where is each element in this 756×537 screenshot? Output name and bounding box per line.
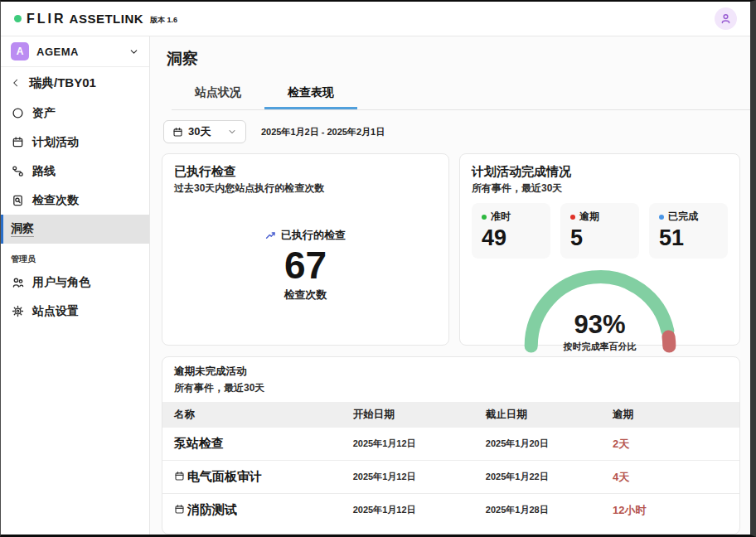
user-avatar[interactable]: [715, 7, 737, 30]
blue-dot-icon: [659, 215, 664, 220]
brand-flir: FLIR: [27, 12, 66, 27]
sidebar-item-label: 计划活动: [32, 135, 79, 150]
tab-bar: 站点状况 检查表现: [172, 78, 750, 110]
sidebar: A AGEMA 瑞典/TBY01 资产 计划活动: [1, 36, 150, 535]
tab-site-status[interactable]: 站点状况: [172, 78, 264, 109]
stat-value: 49: [482, 225, 540, 251]
completion-card: 计划活动完成情况 所有事件，最近30天 准时 49 逾期 5 已完成: [459, 153, 740, 346]
chevron-left-icon: [11, 78, 21, 88]
card-title: 逾期未完成活动: [174, 365, 728, 379]
sidebar-item-label: 检查次数: [32, 193, 79, 208]
table-row[interactable]: 消防测试2025年1月12日2025年1月28日12小时: [162, 494, 739, 527]
sidebar-item-label: 用户与角色: [32, 275, 90, 290]
stat-value: 51: [659, 225, 718, 251]
stat-overdue: 逾期 5: [560, 203, 639, 259]
brand-assetlink: ASSETLINK: [70, 12, 144, 26]
card-subtitle: 所有事件，最近30天: [472, 181, 728, 196]
sidebar-item-planned-activities[interactable]: 计划活动: [1, 128, 149, 157]
stat-label: 已完成: [668, 210, 698, 224]
executed-inspections-card: 已执行检查 过去30天内您站点执行的检查次数 已执行的检查 67 检查次数: [162, 153, 449, 346]
org-avatar: A: [11, 42, 29, 60]
start-date: 2025年1月12日: [342, 428, 474, 461]
date-range-dropdown[interactable]: 30天: [163, 120, 246, 143]
sidebar-item-site-settings[interactable]: 站点设置: [1, 297, 149, 326]
overdue-duration: 4天: [601, 461, 739, 494]
stat-label: 准时: [491, 210, 511, 224]
sidebar-item-label: 路线: [32, 164, 56, 179]
start-date: 2025年1月12日: [342, 494, 474, 527]
admin-section-label: 管理员: [11, 254, 149, 265]
stat-value: 5: [570, 225, 629, 251]
table-row[interactable]: 泵站检查2025年1月12日2025年1月20日2天: [162, 428, 739, 461]
column-header-due: 截止日期: [474, 402, 601, 428]
column-header-name: 名称: [162, 402, 342, 428]
app-window: FLIR ASSETLINK 版本 1.6 A AGEMA 瑞典/TBY01: [0, 0, 756, 537]
start-date: 2025年1月12日: [342, 461, 474, 494]
sidebar-item-inspections[interactable]: 检查次数: [1, 186, 149, 215]
due-date: 2025年1月22日: [474, 461, 601, 494]
metric-unit: 检查次数: [284, 288, 327, 302]
calendar-icon: [172, 127, 183, 138]
green-dot-icon: [482, 215, 487, 220]
activity-name: 消防测试: [187, 502, 237, 516]
calendar-icon: [174, 470, 185, 484]
stat-on-time: 准时 49: [472, 203, 550, 259]
chevron-down-icon: [128, 46, 139, 57]
person-icon: [720, 12, 732, 25]
sidebar-item-label: 资产: [32, 106, 56, 121]
overdue-table: 名称 开始日期 截止日期 逾期 泵站检查2025年1月12日2025年1月20日…: [162, 402, 739, 526]
card-subtitle: 过去30天内您站点执行的检查次数: [174, 181, 437, 196]
sidebar-item-label: 站点设置: [32, 304, 79, 319]
due-date: 2025年1月20日: [474, 428, 601, 461]
clipboard-search-icon: [11, 194, 25, 206]
completion-gauge: 93% 按时完成率百分比: [511, 265, 690, 353]
overdue-duration: 12小时: [601, 494, 739, 527]
page-title: 洞察: [167, 48, 740, 70]
stats-row: 准时 49 逾期 5 已完成 51: [472, 203, 728, 259]
date-range-text: 2025年1月2日 - 2025年2月1日: [261, 126, 385, 138]
top-bar: FLIR ASSETLINK 版本 1.6: [1, 2, 750, 36]
metric-label: 已执行的检查: [281, 228, 346, 243]
org-name: AGEMA: [36, 46, 121, 58]
overdue-duration: 2天: [601, 428, 739, 461]
site-name: 瑞典/TBY01: [29, 75, 96, 91]
circle-icon: [11, 107, 25, 119]
gauge-caption: 按时完成率百分比: [511, 341, 690, 353]
people-icon: [11, 276, 25, 289]
site-back-link[interactable]: 瑞典/TBY01: [1, 67, 149, 99]
trend-icon: [265, 230, 276, 240]
filter-row: 30天 2025年1月2日 - 2025年2月1日: [163, 120, 740, 143]
gauge-percent: 93%: [511, 312, 690, 337]
sidebar-item-label: 洞察: [11, 221, 34, 237]
gear-icon: [11, 305, 25, 317]
calendar-icon: [174, 503, 185, 517]
overdue-activities-card: 逾期未完成活动 所有事件，最近30天 名称 开始日期 截止日期 逾期 泵站检查2…: [162, 356, 740, 535]
flir-logo-dot-icon: [14, 15, 22, 22]
activity-name: 电气面板审计: [187, 469, 262, 483]
card-subtitle: 所有事件，最近30天: [174, 381, 728, 395]
table-row[interactable]: 电气面板审计2025年1月12日2025年1月22日4天: [162, 461, 739, 494]
card-title: 已执行检查: [174, 164, 437, 180]
tab-inspection-performance[interactable]: 检查表现: [264, 78, 357, 109]
sidebar-item-insights[interactable]: 洞察: [1, 215, 149, 244]
column-header-overdue: 逾期: [601, 402, 739, 428]
table-header-row: 名称 开始日期 截止日期 逾期: [162, 402, 739, 428]
chevron-down-icon: [227, 127, 237, 137]
sidebar-item-users-roles[interactable]: 用户与角色: [1, 268, 149, 297]
executed-count: 67: [284, 244, 327, 287]
card-title: 计划活动完成情况: [472, 164, 728, 180]
due-date: 2025年1月28日: [474, 494, 601, 527]
overdue-table-body: 泵站检查2025年1月12日2025年1月20日2天电气面板审计2025年1月1…: [162, 428, 739, 526]
column-header-start: 开始日期: [342, 402, 474, 428]
version-label: 版本 1.6: [150, 15, 177, 26]
main-content: 洞察 站点状况 检查表现 30天 2025年1月2日 - 2025年2月1日 已…: [150, 36, 750, 535]
red-dot-icon: [570, 215, 575, 220]
sidebar-item-assets[interactable]: 资产: [1, 99, 149, 128]
stat-label: 逾期: [579, 210, 599, 224]
range-label: 30天: [188, 124, 211, 139]
sidebar-item-routes[interactable]: 路线: [1, 157, 149, 186]
stat-completed: 已完成 51: [649, 203, 728, 259]
org-switcher[interactable]: A AGEMA: [1, 36, 149, 67]
brand-logo: FLIR ASSETLINK 版本 1.6: [14, 12, 177, 27]
activity-name: 泵站检查: [174, 436, 224, 450]
